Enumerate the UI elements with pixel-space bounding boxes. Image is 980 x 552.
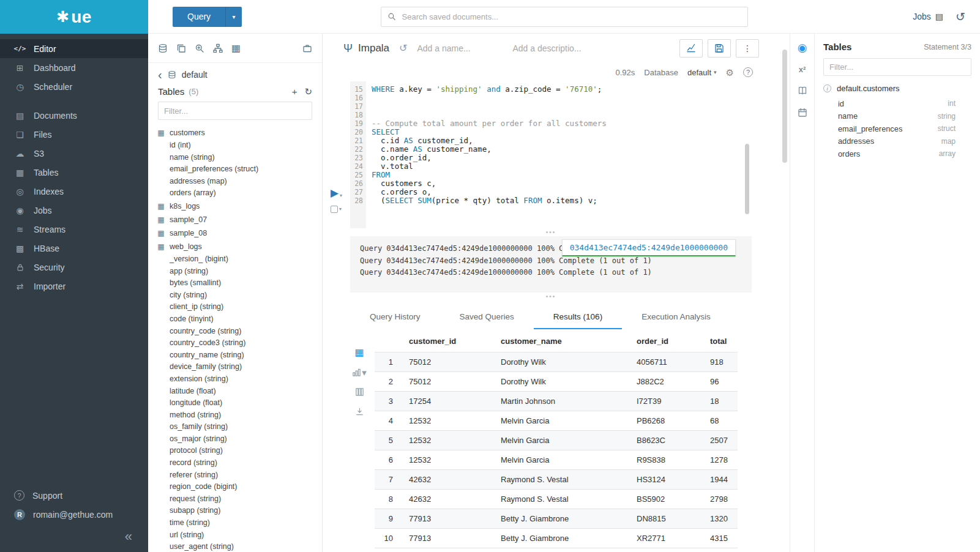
column-item[interactable]: extension (string)	[156, 373, 322, 386]
nav-item-importer[interactable]: ⇄Importer	[0, 277, 148, 296]
schedule-icon[interactable]	[798, 108, 807, 117]
result-row[interactable]: 977913Betty J. GiambroneDN88151320	[375, 509, 738, 529]
editor-assistant-icon[interactable]: ◉	[798, 42, 807, 53]
panel-scrollbar[interactable]	[782, 50, 787, 163]
column-item[interactable]: time (string)	[156, 517, 322, 529]
db-breadcrumb[interactable]: ‹ default	[148, 63, 322, 82]
nav-item-indexes[interactable]: ◎Indexes	[0, 182, 148, 201]
database-selector[interactable]: default ▾	[687, 68, 717, 77]
columns-view-icon[interactable]	[355, 387, 364, 397]
sidebar-collapse-button[interactable]: «	[0, 524, 148, 551]
query-id-popover[interactable]: 034d413ec7474ed5:4249de1000000000	[562, 239, 736, 256]
column-item[interactable]: protocol (string)	[156, 445, 322, 457]
nav-item-dashboard[interactable]: ⊞Dashboard	[0, 58, 148, 77]
new-query-button[interactable]: Query	[173, 7, 225, 27]
tab-saved-queries[interactable]: Saved Queries	[440, 307, 534, 329]
results-column-header[interactable]: customer_id	[403, 332, 495, 352]
column-item[interactable]: app (string)	[156, 266, 322, 278]
jobs-bag-icon[interactable]	[302, 43, 312, 53]
column-item[interactable]: city (string)	[156, 289, 322, 302]
result-row[interactable]: 317254Martin JohnsonI72T3918	[375, 392, 738, 411]
column-item[interactable]: client_ip (string)	[156, 301, 322, 313]
grid-view-icon[interactable]: ▦	[354, 348, 364, 357]
nav-item-jobs[interactable]: ◉Jobs	[0, 201, 148, 220]
nav-item-documents[interactable]: ▤Documents	[0, 106, 148, 125]
column-item[interactable]: addresses (map)	[156, 176, 322, 188]
assist-filter-input[interactable]	[823, 58, 971, 76]
global-search-input[interactable]	[381, 7, 748, 27]
databases-icon[interactable]	[158, 43, 168, 53]
resize-handle-top[interactable]: •••	[350, 228, 752, 236]
tab-results-106[interactable]: Results (106)	[534, 307, 622, 329]
nav-item-files[interactable]: ❏Files	[0, 125, 148, 144]
help-icon[interactable]: ?	[743, 67, 753, 77]
result-row[interactable]: 512532Melvin GarciaB8623C2507	[375, 431, 738, 450]
jobs-link[interactable]: Jobs ▤	[913, 12, 943, 21]
result-row[interactable]: 175012Dorothy Wilk4056711918	[375, 352, 738, 372]
result-row[interactable]: 742632Raymond S. VestalHS31241944	[375, 470, 738, 490]
column-item[interactable]: orders (array)	[156, 187, 322, 200]
column-item[interactable]: latitude (float)	[156, 386, 322, 398]
snippet-history-icon[interactable]: ↺	[399, 43, 407, 53]
create-table-icon[interactable]: +	[292, 87, 297, 96]
column-item[interactable]: device_family (string)	[156, 361, 322, 373]
column-item[interactable]: user_agent (string)	[156, 541, 322, 552]
table-item-web-logs[interactable]: ▦web_logs	[156, 240, 322, 253]
assist-column-id[interactable]: idint	[838, 97, 956, 110]
table-filter-input[interactable]	[158, 102, 312, 120]
column-item[interactable]: region_code (bigint)	[156, 481, 322, 493]
results-column-header[interactable]: total	[704, 332, 738, 352]
table-item-sample-07[interactable]: ▦sample_07	[156, 213, 322, 226]
table-item-sample-08[interactable]: ▦sample_08	[156, 226, 322, 240]
column-item[interactable]: code (tinyint)	[156, 313, 322, 326]
results-column-header[interactable]: order_id	[630, 332, 704, 352]
nav-item-streams[interactable]: ≋Streams	[0, 220, 148, 239]
nav-item-hbase[interactable]: ▩HBase	[0, 239, 148, 258]
chart-view-button[interactable]: ▾	[352, 368, 367, 377]
hue-logo[interactable]: ✱ue	[0, 0, 148, 34]
result-limit-button[interactable]: ▾	[331, 206, 342, 213]
column-item[interactable]: os_family (string)	[156, 421, 322, 433]
column-item[interactable]: bytes (smallint)	[156, 277, 322, 289]
run-query-button[interactable]: ▶ ▾	[331, 188, 342, 198]
nav-item-security[interactable]: Security	[0, 258, 148, 277]
language-reference-icon[interactable]	[798, 86, 807, 95]
column-item[interactable]: country_name (string)	[156, 349, 322, 362]
column-item[interactable]: os_major (string)	[156, 433, 322, 446]
column-item[interactable]: email_preferences (struct)	[156, 163, 322, 176]
nav-item-s3[interactable]: ☁S3	[0, 144, 148, 163]
result-row[interactable]: 612532Melvin GarciaR9S8381278	[375, 450, 738, 470]
column-item[interactable]: _version_ (bigint)	[156, 253, 322, 266]
settings-gear-icon[interactable]: ⚙	[726, 68, 734, 77]
column-item[interactable]: method (string)	[156, 409, 322, 422]
download-results-icon[interactable]	[355, 407, 364, 416]
documents-icon[interactable]	[176, 43, 186, 53]
zoom-search-icon[interactable]	[195, 43, 204, 53]
column-item[interactable]: record (string)	[156, 457, 322, 469]
column-item[interactable]: longitude (float)	[156, 397, 322, 409]
assist-column-orders[interactable]: ordersarray	[838, 147, 956, 160]
query-type-dropdown[interactable]: ▾	[225, 7, 242, 27]
query-history-icon[interactable]: ↺	[956, 11, 965, 23]
code-lines[interactable]: WHERE a.key = 'shipping' and a.zip_code …	[366, 81, 752, 228]
assist-column-email-preferences[interactable]: email_preferencesstruct	[838, 122, 956, 135]
assist-column-addresses[interactable]: addressesmap	[838, 135, 956, 148]
column-item[interactable]: name (string)	[156, 152, 322, 164]
results-column-header[interactable]: customer_name	[495, 332, 630, 352]
sitemap-icon[interactable]	[213, 43, 223, 53]
column-item[interactable]: subapp (string)	[156, 505, 322, 517]
save-query-button[interactable]	[708, 39, 731, 58]
nav-item-support[interactable]: ? Support	[0, 486, 148, 505]
column-item[interactable]: country_code (string)	[156, 326, 322, 338]
column-item[interactable]: country_code3 (string)	[156, 337, 322, 349]
column-item[interactable]: referer (string)	[156, 469, 322, 482]
column-item[interactable]: request (string)	[156, 493, 322, 505]
refresh-tables-icon[interactable]: ↻	[304, 87, 312, 96]
assist-active-table[interactable]: i default.customers	[823, 84, 971, 93]
result-row[interactable]: 1077913Betty J. GiambroneXR27714315	[375, 529, 738, 548]
column-item[interactable]: id (int)	[156, 140, 322, 152]
result-row[interactable]: 842632Raymond S. VestalBS59022798	[375, 490, 738, 509]
nav-item-tables[interactable]: ▦Tables	[0, 163, 148, 182]
table-item-customers[interactable]: ▦customers	[156, 126, 322, 140]
column-item[interactable]: url (string)	[156, 529, 322, 542]
